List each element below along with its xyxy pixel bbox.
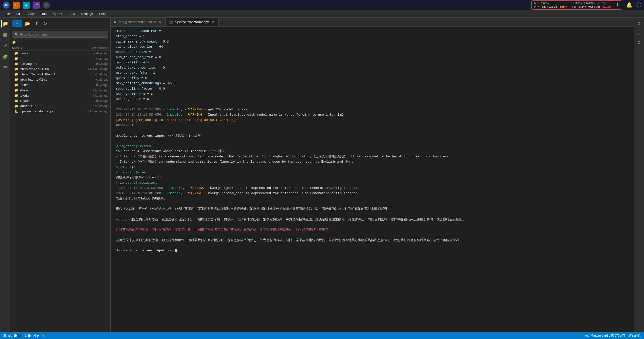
log-line: [WARNING] gemm_config.in is not found; u… — [116, 118, 629, 123]
prompt-line: double enter to end input >>> 请给我讲个小故事 — [116, 133, 629, 139]
upload-icon[interactable]: ⬆ — [616, 2, 619, 8]
list-item[interactable]: 📁 Tutorial 7 days ago — [10, 98, 110, 103]
menu-run[interactable]: Run — [38, 11, 49, 16]
circle-icon[interactable]: ○ — [43, 2, 50, 9]
new-file-button[interactable]: + — [12, 20, 22, 27]
file-name: internlm2-chat-1_8b — [20, 67, 49, 71]
story-line-highlight: 经过艾米莉的精心准备，花园里的花终于恢复了生机，小蝴蝶也重新飞了起来。艾米莉用她… — [116, 227, 629, 233]
story-line: 很久很久以前，有一个很可爱的小女孩。她名叫艾米莉，艾米莉非常喜欢在花园里追逐蝴蝶… — [116, 206, 629, 212]
extension-icon[interactable]: 🧩 — [1, 53, 9, 61]
resource-monitor: CPU 1.66% 内存 6.33 / 112 GB 5.65% GPU-1: … — [531, 0, 622, 10]
tab-add-button[interactable]: + — [219, 20, 226, 26]
file-name: tutorial — [20, 94, 29, 97]
list-item[interactable]: 📁 internlm2-chat-1_8b 44 minutes ago — [10, 66, 110, 72]
file-modified-date: 6 hours ago — [93, 104, 108, 108]
topbar: 🪐 ⬡ ◈ ⎇ ○ CPU 1.66% 内存 6.33 / 112 GB 5.6… — [0, 0, 644, 10]
tag-line: <|im_start|>user — [116, 170, 629, 175]
simple-toggle[interactable]: Simple — [3, 334, 21, 338]
file-list-header: Name ▲ Last Modified — [10, 45, 110, 51]
open-folder-button[interactable]: 📂 — [23, 20, 32, 27]
tab-terminal[interactable]: ▶ root@intern-studio-50079 ✕ — [111, 18, 166, 26]
tag-line: <|im_start|>assistant — [116, 180, 629, 186]
plain-line: 请给我讲个小故事<|im_end|> — [116, 175, 629, 180]
file-modified-date: 1 minute ago — [91, 73, 108, 76]
vscode-icon[interactable]: ◈ — [23, 2, 30, 9]
file-item-name: 📁 internlm2-chat-1_8b-4bit — [14, 72, 55, 76]
code-line: use_context_fmha = 1 — [116, 70, 629, 76]
tag-line: <|im_end|> — [116, 165, 629, 170]
list-item[interactable]: 📁 xtuner0117 6 hours ago — [10, 103, 110, 109]
settings-icon[interactable]: ⚙ — [635, 20, 643, 27]
list-item[interactable]: 📁 share 9 hours ago — [10, 88, 110, 93]
file-name: share — [20, 88, 28, 92]
folder-icon: 📁 — [14, 57, 18, 60]
kernel-number: 1 — [25, 334, 27, 337]
list-item[interactable]: 📁 ft yesterday — [10, 56, 110, 61]
settings-status-icon[interactable]: ⚙ — [43, 334, 46, 337]
column-name[interactable]: Name ▲ — [12, 46, 23, 49]
sort-arrow-icon: ▲ — [20, 47, 23, 49]
list-item[interactable]: 📁 liuxin-InternLM2-cs yesterday — [10, 77, 110, 82]
code-line: max_position_embeddings = 32768 — [116, 81, 629, 86]
vram-label: 显存 — [571, 5, 576, 9]
git-activity-icon[interactable]: ⎇ — [1, 42, 9, 50]
code-line: cache_max_entry_count = 0.8 — [116, 39, 629, 45]
code-line: max_prefill_iters = 1 — [116, 60, 629, 65]
editor-content[interactable]: max_context_token_num = 1 step_length = … — [111, 27, 634, 332]
tab-bar: ▶ root@intern-studio-50079 ✕ ⬛ pipeline_… — [111, 18, 634, 27]
log-line: 2024-06-14 18:13:08,200 - lmdeploy - WAR… — [116, 186, 629, 191]
toggle-switch[interactable] — [13, 334, 21, 338]
menu-edit[interactable]: Edit — [13, 11, 24, 16]
git-icon[interactable]: ⎇ — [33, 2, 40, 9]
property-icon[interactable]: ⊞ — [635, 29, 643, 37]
log-line: 2024-06-14 18:13:00,056 - lmdeploy - WAR… — [116, 112, 629, 118]
file-modified-date: 4 hours ago — [93, 94, 108, 97]
search-box: 🔍 — [12, 31, 108, 38]
files-icon[interactable]: 📁 — [1, 20, 9, 28]
file-modified-date: 9 hours ago — [93, 89, 108, 92]
tab-python-close[interactable]: ✕ — [211, 20, 215, 24]
file-item-name: 📁 internlm2-chat-1_8b — [14, 67, 49, 71]
folder-icon: 📁 — [14, 62, 18, 66]
notifications-icon[interactable]: 🔔 — [626, 2, 632, 8]
conda-icon[interactable]: ⬡ — [13, 2, 20, 9]
file-name: Tutorial — [20, 99, 30, 103]
file-item-name: 📁 models — [14, 83, 30, 87]
running-icon[interactable]: ⬤ — [1, 31, 9, 39]
menu-settings[interactable]: Settings — [79, 11, 95, 16]
info-icon[interactable]: ⓘ — [636, 2, 641, 8]
list-item[interactable]: 📁 demo 7 days ago — [10, 51, 110, 56]
file-item-name: 📁 Tutorial — [14, 99, 30, 103]
topbar-right: CPU 1.66% 内存 6.33 / 112 GB 5.65% GPU-1: … — [531, 0, 641, 10]
jupyter-icon[interactable]: 🪐 — [3, 2, 10, 9]
refresh-button[interactable]: ↻ — [42, 20, 49, 27]
file-name: liuxin-InternLM2-cs — [20, 78, 47, 81]
file-modified-date: 44 minutes ago — [88, 67, 108, 71]
statusbar-left: Simple 1 ⬤ 0 ▶ ⚙ — [3, 334, 46, 338]
tab-python[interactable]: ⬛ pipeline_transformer.py ✕ — [166, 18, 219, 26]
upload-button[interactable]: ⬆ — [33, 20, 40, 27]
list-icon[interactable]: ☰ — [1, 64, 9, 72]
list-item[interactable]: 📁 huixiangdou 2 days ago — [10, 61, 110, 66]
story-line: 有一天，花园里的花凋谢零落，花园里变得阴沉沉的。小蝴蝶也失去了往日的快乐，艾米莉… — [116, 217, 629, 222]
tab-terminal-close[interactable]: ✕ — [158, 20, 162, 24]
menu-file[interactable]: File — [2, 11, 12, 16]
vram-pct: 82.15% — [602, 5, 611, 9]
list-item[interactable]: 🐍 pipeline_transformer.py 41 minutes ago — [10, 109, 110, 114]
log-line: 2024-06-14 18:13:08,200 - lmdeploy - WAR… — [116, 191, 629, 196]
memory-label: 内存 — [534, 5, 539, 9]
list-item[interactable]: 📁 models 3 days ago — [10, 82, 110, 88]
folder-icon: 📁 — [14, 51, 18, 55]
menu-help[interactable]: Help — [96, 11, 108, 16]
list-item[interactable]: 📁 tutorial 4 hours ago — [10, 93, 110, 98]
search-input[interactable] — [20, 33, 106, 36]
menu-tabs[interactable]: Tabs — [66, 11, 78, 16]
folder-icon: 📁 — [14, 104, 18, 108]
menu-view[interactable]: View — [25, 11, 37, 16]
menu-kernel[interactable]: Kernel — [50, 11, 65, 16]
topbar-left: 🪐 ⬡ ◈ ⎇ ○ — [3, 2, 50, 9]
code-line: cache_chunk_size = -1 — [116, 50, 629, 55]
list-item[interactable]: 📁 internlm2-chat-1_8b-4bit 1 minute ago — [10, 72, 110, 77]
text-cursor — [175, 249, 177, 252]
sidebar-settings-icon[interactable]: ⚙ — [635, 39, 643, 46]
